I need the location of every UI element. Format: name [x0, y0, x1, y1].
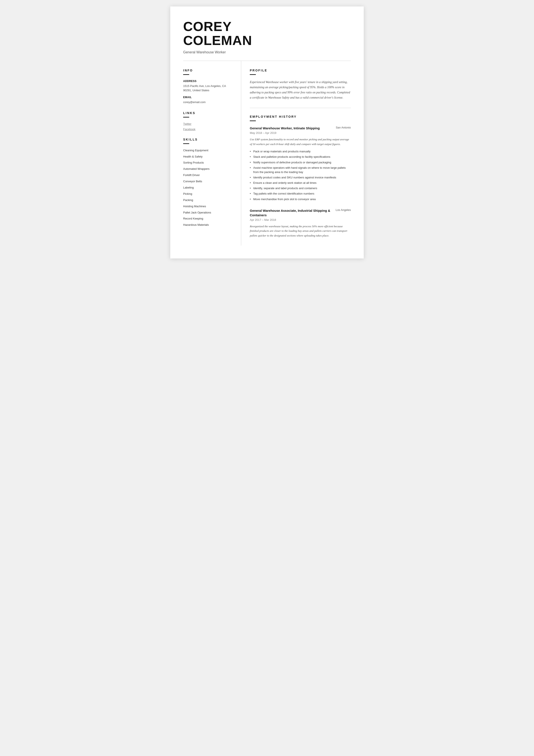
skill-labeling: Labeling [183, 186, 232, 190]
skill-conveyor-belts: Conveyor Belts [183, 180, 232, 183]
links-section-title: LINKS [183, 111, 232, 115]
skills-section: SKILLS Cleaning Equipment Health & Safet… [183, 138, 232, 227]
bullet-1-5: Identify product codes and SKU numbers a… [250, 176, 351, 180]
right-column: PROFILE Experienced Warehouse worker wit… [241, 61, 351, 246]
address-text: 1515 Pacific Ave, Los Angeles, CA 90291,… [183, 84, 232, 92]
bullet-1-3: Notify supervisors of defective products… [250, 160, 351, 165]
links-section: LINKS Twitter Facebook [183, 111, 232, 131]
job-dates-1: May 2018 – Apr 2019 [250, 131, 351, 134]
skills-underline [183, 143, 189, 144]
job-dates-2: Apr 2017 – Mar 2018 [250, 218, 351, 222]
header-job-title: General Warehouse Worker [183, 50, 351, 54]
employment-underline [250, 121, 256, 121]
employment-section-title: EMPLOYMENT HISTORY [250, 115, 351, 118]
skill-hoisting-machines: Hoisting Machines [183, 205, 232, 208]
job-bullets-1: Pack or wrap materials and products manu… [250, 149, 351, 201]
job-description-2: Reorganized the warehouse layout, making… [250, 224, 351, 238]
job-entry-2: General Warehouse Associate, Industrial … [250, 208, 351, 238]
bullet-1-7: Identify, separate and label products an… [250, 186, 351, 190]
resume-document: COREY COLEMAN General Warehouse Worker I… [170, 7, 364, 258]
bullet-1-8: Tag pallets with the correct identificat… [250, 192, 351, 196]
skill-hazardous-materials: Hazardous Materials [183, 223, 232, 227]
skill-picking: Picking [183, 192, 232, 196]
info-underline [183, 74, 189, 75]
header-section: COREY COLEMAN General Warehouse Worker [183, 19, 351, 54]
job-location-1: San Antonio [336, 126, 351, 129]
links-underline [183, 117, 189, 118]
bullet-1-9: Move merchandise from pick slot to conve… [250, 197, 351, 202]
profile-underline [250, 74, 256, 75]
main-content: INFO ADDRESS 1515 Pacific Ave, Los Angel… [183, 61, 351, 246]
bullet-1-4: Assist machine operators with hand signa… [250, 166, 351, 174]
skill-packing: Packing [183, 199, 232, 202]
employment-section: EMPLOYMENT HISTORY General Warehouse Wor… [250, 115, 351, 238]
skill-cleaning-equipment: Cleaning Equipment [183, 149, 232, 152]
skill-automated-wrappers: Automated Wrappers [183, 167, 232, 171]
twitter-link[interactable]: Twitter [183, 122, 232, 125]
facebook-link[interactable]: Facebook [183, 128, 232, 131]
bullet-1-1: Pack or wrap materials and products manu… [250, 149, 351, 154]
skill-forklift-driver: Forklift Driver [183, 174, 232, 177]
last-name: COLEMAN [183, 33, 252, 48]
info-section-title: INFO [183, 68, 232, 72]
job-entry-1: General Warehouse Worker, Intinate Shipp… [250, 126, 351, 201]
profile-section-title: PROFILE [250, 68, 351, 72]
skills-section-title: SKILLS [183, 138, 232, 141]
full-name: COREY COLEMAN [183, 19, 351, 47]
job-title-2: General Warehouse Associate, Industrial … [250, 208, 333, 217]
skill-sorting-products: Sorting Products [183, 161, 232, 165]
info-section: INFO ADDRESS 1515 Pacific Ave, Los Angel… [183, 68, 232, 104]
email-text: corey@email.com [183, 100, 232, 104]
profile-section: PROFILE Experienced Warehouse worker wit… [250, 68, 351, 100]
bullet-1-6: Ensure a clean and orderly work station … [250, 181, 351, 185]
job-title-1: General Warehouse Worker, Intinate Shipp… [250, 126, 333, 130]
left-column: INFO ADDRESS 1515 Pacific Ave, Los Angel… [183, 61, 241, 246]
skill-record-keeping: Record Keeping [183, 217, 232, 221]
job-header-1: General Warehouse Worker, Intinate Shipp… [250, 126, 351, 130]
bullet-1-2: Stack and palletize products according t… [250, 155, 351, 159]
job-location-2: Los Angeles [336, 208, 351, 211]
job-description-1: Use ERP system functionality to record a… [250, 137, 351, 146]
profile-employment-divider [250, 108, 351, 108]
profile-text: Experienced Warehouse worker with five y… [250, 80, 351, 100]
skill-health-safety: Health & Safety [183, 155, 232, 159]
first-name: COREY [183, 19, 232, 34]
job-header-2: General Warehouse Associate, Industrial … [250, 208, 351, 217]
email-label: EMAIL [183, 96, 232, 99]
address-label: ADDRESS [183, 80, 232, 83]
skill-pallet-jack-operations: Pallet Jack Operations [183, 211, 232, 215]
